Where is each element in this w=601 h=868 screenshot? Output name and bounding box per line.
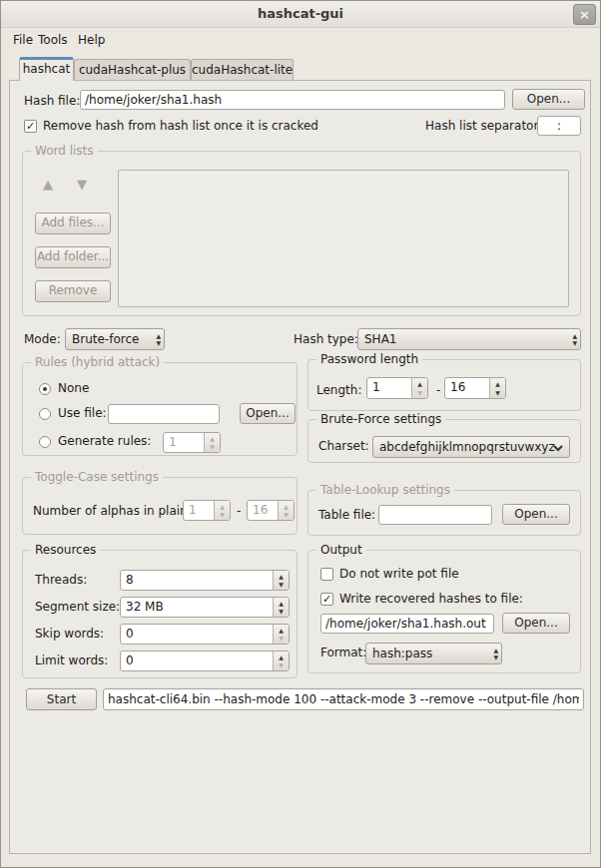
skip-words-spinner[interactable]: 0 ▲ ▼ [120, 624, 290, 645]
threads-spinner[interactable]: 8 ▲ ▼ [120, 570, 290, 591]
menu-file[interactable]: File [13, 30, 33, 50]
rules-use-file-label: Use file: [58, 406, 107, 421]
hash-file-open-button[interactable]: Open... [512, 89, 585, 110]
spin-down-icon[interactable]: ▼ [274, 635, 289, 642]
spin-down-icon[interactable]: ▼ [274, 581, 289, 588]
remove-hash-label: Remove hash from hash list once it is cr… [43, 119, 318, 134]
format-combo[interactable]: hash:pass ▲ ▼ [365, 643, 502, 664]
length-label: Length: [316, 383, 361, 398]
table-lookup-title: Table-Lookup settings [316, 483, 454, 498]
tab-hashcat[interactable]: hashcat [19, 57, 74, 81]
charset-combo[interactable]: abcdefghijklmnopqrstuvwxyz [372, 436, 570, 458]
combo-up-icon: ▲ [572, 332, 577, 339]
spin-down-icon[interactable]: ▼ [490, 389, 505, 396]
limit-words-spinner[interactable]: 0 ▲ ▼ [120, 651, 290, 671]
spin-up-icon[interactable]: ▲ [490, 380, 505, 387]
menu-tools[interactable]: Tools [38, 30, 68, 50]
alphas-min-value: 1 [189, 503, 197, 517]
alphas-dash: - [237, 504, 241, 519]
alphas-max-spinner: 16 ▲ ▼ [247, 500, 295, 521]
spin-buttons: ▲ ▼ [411, 378, 427, 398]
segment-size-spinner[interactable]: 32 MB ▲ ▼ [120, 597, 290, 618]
rules-generate-label: Generate rules: [58, 434, 151, 449]
move-up-icon: ▲ [43, 178, 53, 192]
table-file-input[interactable] [378, 505, 492, 525]
pot-file-checkbox[interactable] [320, 568, 333, 581]
move-down-icon: ▼ [77, 178, 87, 192]
resources-title: Resources [31, 543, 100, 558]
remove-hash-checkbox[interactable]: ✓ [24, 120, 37, 133]
rules-none-label: None [58, 381, 89, 396]
output-group: Output Do not write pot file ✓ Write rec… [307, 550, 581, 673]
table-file-open-button[interactable]: Open... [502, 504, 570, 525]
rules-use-file-radio[interactable] [39, 408, 51, 420]
word-lists-listbox[interactable] [118, 170, 569, 307]
hash-file-input[interactable] [80, 90, 505, 110]
write-hashes-checkbox[interactable]: ✓ [320, 593, 333, 606]
spin-up-icon: ▲ [279, 503, 294, 510]
menu-help[interactable]: Help [78, 30, 105, 50]
rules-group: Rules (hybrid attack) None Use file: Ope… [22, 362, 298, 456]
password-length-title: Password length [316, 352, 422, 367]
spin-up-icon[interactable]: ▲ [274, 653, 289, 660]
hash-file-label: Hash file: [24, 94, 80, 109]
title-bar: hashcat-gui × [1, 1, 600, 28]
window-title: hashcat-gui [258, 6, 343, 21]
rules-generate-spinner: 1 ▲ ▼ [163, 432, 221, 453]
spin-down-icon: ▼ [215, 511, 230, 518]
skip-words-label: Skip words: [35, 627, 104, 642]
hash-type-label: Hash type: [294, 332, 358, 347]
resources-group: Resources Threads: 8 ▲ ▼ Segment size: 3… [22, 550, 298, 678]
mode-combo[interactable]: Brute-force ▲ ▼ [65, 328, 165, 350]
spin-up-icon[interactable]: ▲ [274, 627, 289, 634]
start-button[interactable]: Start [26, 688, 97, 710]
length-max-spinner[interactable]: 16 ▲ ▼ [444, 377, 506, 399]
add-folder-button: Add folder... [35, 246, 111, 268]
mode-value: Brute-force [72, 332, 139, 346]
write-hashes-label: Write recovered hashes to file: [339, 592, 523, 607]
spin-down-icon[interactable]: ▼ [412, 389, 427, 396]
spin-up-icon[interactable]: ▲ [274, 573, 289, 580]
command-line-input[interactable] [103, 688, 584, 710]
brute-force-title: Brute-Force settings [316, 412, 445, 427]
spin-buttons: ▲ ▼ [204, 433, 220, 452]
tab-cudahashcat-lite[interactable]: cudaHashcat-lite [191, 59, 294, 80]
mode-label: Mode: [24, 332, 61, 347]
alphas-label: Number of alphas in plain: [33, 504, 192, 519]
spin-buttons: ▲ ▼ [489, 378, 505, 398]
length-min-value: 1 [372, 380, 380, 394]
rules-none-radio[interactable] [39, 383, 51, 395]
charset-label: Charset: [318, 439, 369, 454]
alphas-min-spinner: 1 ▲ ▼ [183, 500, 231, 521]
spin-buttons: ▲ ▼ [278, 501, 294, 520]
alphas-max-value: 16 [253, 503, 268, 517]
length-dash: - [436, 383, 440, 398]
separator-input[interactable] [537, 116, 581, 136]
threads-label: Threads: [35, 573, 87, 588]
close-icon: × [579, 7, 590, 22]
rules-file-input[interactable] [108, 404, 220, 424]
limit-words-label: Limit words: [35, 653, 108, 668]
rules-open-button[interactable]: Open... [240, 403, 296, 424]
rules-generate-radio[interactable] [39, 436, 51, 448]
pot-file-label: Do not write pot file [339, 567, 459, 582]
table-file-label: Table file: [318, 508, 375, 523]
hash-type-combo[interactable]: SHA1 ▲ ▼ [357, 328, 581, 350]
format-value: hash:pass [372, 647, 432, 660]
combo-arrows-icon: ▲ ▼ [572, 332, 577, 346]
tab-cudahashcat-plus[interactable]: cudaHashcat-plus [74, 59, 191, 80]
password-length-group: Password length Length: 1 ▲ ▼ - 16 ▲ ▼ [307, 359, 581, 411]
spin-up-icon[interactable]: ▲ [274, 600, 289, 607]
word-lists-title: Word lists [31, 144, 98, 159]
charset-value: abcdefghijklmnopqrstuvwxyz [379, 440, 555, 454]
combo-down-icon: ▼ [156, 339, 161, 346]
spin-down-icon[interactable]: ▼ [274, 661, 289, 668]
close-button[interactable]: × [573, 4, 596, 25]
spin-up-icon[interactable]: ▲ [412, 380, 427, 387]
output-file-open-button[interactable]: Open... [502, 613, 570, 634]
length-min-spinner[interactable]: 1 ▲ ▼ [366, 377, 428, 399]
segment-size-label: Segment size: [35, 600, 120, 615]
remove-button: Remove [35, 280, 111, 302]
output-file-input[interactable] [320, 614, 494, 634]
spin-down-icon[interactable]: ▼ [274, 608, 289, 615]
